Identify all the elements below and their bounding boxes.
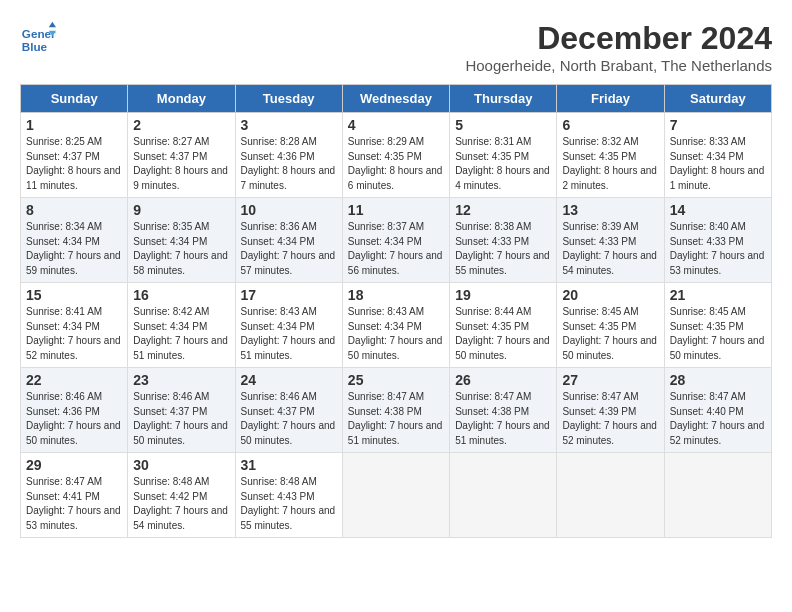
day-number: 17 xyxy=(241,287,337,303)
day-info: Sunrise: 8:31 AMSunset: 4:35 PMDaylight:… xyxy=(455,135,551,193)
calendar-cell: 30Sunrise: 8:48 AMSunset: 4:42 PMDayligh… xyxy=(128,453,235,538)
day-number: 9 xyxy=(133,202,229,218)
calendar-cell: 7Sunrise: 8:33 AMSunset: 4:34 PMDaylight… xyxy=(664,113,771,198)
day-number: 24 xyxy=(241,372,337,388)
calendar-header-row: SundayMondayTuesdayWednesdayThursdayFrid… xyxy=(21,85,772,113)
calendar-cell: 16Sunrise: 8:42 AMSunset: 4:34 PMDayligh… xyxy=(128,283,235,368)
day-number: 3 xyxy=(241,117,337,133)
calendar-cell: 15Sunrise: 8:41 AMSunset: 4:34 PMDayligh… xyxy=(21,283,128,368)
day-number: 29 xyxy=(26,457,122,473)
day-number: 18 xyxy=(348,287,444,303)
calendar-cell: 6Sunrise: 8:32 AMSunset: 4:35 PMDaylight… xyxy=(557,113,664,198)
day-info: Sunrise: 8:40 AMSunset: 4:33 PMDaylight:… xyxy=(670,220,766,278)
calendar-cell: 10Sunrise: 8:36 AMSunset: 4:34 PMDayligh… xyxy=(235,198,342,283)
day-info: Sunrise: 8:36 AMSunset: 4:34 PMDaylight:… xyxy=(241,220,337,278)
weekday-header-tuesday: Tuesday xyxy=(235,85,342,113)
day-info: Sunrise: 8:42 AMSunset: 4:34 PMDaylight:… xyxy=(133,305,229,363)
weekday-header-saturday: Saturday xyxy=(664,85,771,113)
day-number: 26 xyxy=(455,372,551,388)
day-info: Sunrise: 8:47 AMSunset: 4:38 PMDaylight:… xyxy=(455,390,551,448)
day-number: 28 xyxy=(670,372,766,388)
day-info: Sunrise: 8:44 AMSunset: 4:35 PMDaylight:… xyxy=(455,305,551,363)
weekday-header-sunday: Sunday xyxy=(21,85,128,113)
day-number: 7 xyxy=(670,117,766,133)
day-number: 16 xyxy=(133,287,229,303)
day-info: Sunrise: 8:35 AMSunset: 4:34 PMDaylight:… xyxy=(133,220,229,278)
day-info: Sunrise: 8:46 AMSunset: 4:37 PMDaylight:… xyxy=(241,390,337,448)
calendar-cell xyxy=(450,453,557,538)
calendar-week-3: 15Sunrise: 8:41 AMSunset: 4:34 PMDayligh… xyxy=(21,283,772,368)
title-section: December 2024 Hoogerheide, North Brabant… xyxy=(465,20,772,74)
calendar-cell: 19Sunrise: 8:44 AMSunset: 4:35 PMDayligh… xyxy=(450,283,557,368)
day-info: Sunrise: 8:38 AMSunset: 4:33 PMDaylight:… xyxy=(455,220,551,278)
calendar-cell: 13Sunrise: 8:39 AMSunset: 4:33 PMDayligh… xyxy=(557,198,664,283)
day-info: Sunrise: 8:47 AMSunset: 4:40 PMDaylight:… xyxy=(670,390,766,448)
calendar-cell: 17Sunrise: 8:43 AMSunset: 4:34 PMDayligh… xyxy=(235,283,342,368)
calendar-cell: 31Sunrise: 8:48 AMSunset: 4:43 PMDayligh… xyxy=(235,453,342,538)
day-number: 22 xyxy=(26,372,122,388)
day-number: 8 xyxy=(26,202,122,218)
calendar-cell: 9Sunrise: 8:35 AMSunset: 4:34 PMDaylight… xyxy=(128,198,235,283)
day-info: Sunrise: 8:33 AMSunset: 4:34 PMDaylight:… xyxy=(670,135,766,193)
day-number: 6 xyxy=(562,117,658,133)
calendar-cell: 3Sunrise: 8:28 AMSunset: 4:36 PMDaylight… xyxy=(235,113,342,198)
day-number: 25 xyxy=(348,372,444,388)
calendar-cell: 1Sunrise: 8:25 AMSunset: 4:37 PMDaylight… xyxy=(21,113,128,198)
day-number: 15 xyxy=(26,287,122,303)
calendar-week-5: 29Sunrise: 8:47 AMSunset: 4:41 PMDayligh… xyxy=(21,453,772,538)
day-info: Sunrise: 8:27 AMSunset: 4:37 PMDaylight:… xyxy=(133,135,229,193)
calendar-cell: 25Sunrise: 8:47 AMSunset: 4:38 PMDayligh… xyxy=(342,368,449,453)
day-number: 21 xyxy=(670,287,766,303)
calendar-cell: 5Sunrise: 8:31 AMSunset: 4:35 PMDaylight… xyxy=(450,113,557,198)
calendar-cell: 18Sunrise: 8:43 AMSunset: 4:34 PMDayligh… xyxy=(342,283,449,368)
calendar-cell: 29Sunrise: 8:47 AMSunset: 4:41 PMDayligh… xyxy=(21,453,128,538)
calendar-cell: 14Sunrise: 8:40 AMSunset: 4:33 PMDayligh… xyxy=(664,198,771,283)
day-info: Sunrise: 8:34 AMSunset: 4:34 PMDaylight:… xyxy=(26,220,122,278)
day-info: Sunrise: 8:47 AMSunset: 4:38 PMDaylight:… xyxy=(348,390,444,448)
day-number: 1 xyxy=(26,117,122,133)
day-number: 10 xyxy=(241,202,337,218)
day-info: Sunrise: 8:48 AMSunset: 4:43 PMDaylight:… xyxy=(241,475,337,533)
calendar-cell: 4Sunrise: 8:29 AMSunset: 4:35 PMDaylight… xyxy=(342,113,449,198)
day-info: Sunrise: 8:46 AMSunset: 4:37 PMDaylight:… xyxy=(133,390,229,448)
day-number: 2 xyxy=(133,117,229,133)
page-header: General Blue December 2024 Hoogerheide, … xyxy=(20,20,772,74)
calendar-cell: 12Sunrise: 8:38 AMSunset: 4:33 PMDayligh… xyxy=(450,198,557,283)
calendar-week-2: 8Sunrise: 8:34 AMSunset: 4:34 PMDaylight… xyxy=(21,198,772,283)
calendar-cell: 27Sunrise: 8:47 AMSunset: 4:39 PMDayligh… xyxy=(557,368,664,453)
weekday-header-thursday: Thursday xyxy=(450,85,557,113)
day-info: Sunrise: 8:47 AMSunset: 4:41 PMDaylight:… xyxy=(26,475,122,533)
weekday-header-friday: Friday xyxy=(557,85,664,113)
weekday-header-wednesday: Wednesday xyxy=(342,85,449,113)
day-info: Sunrise: 8:43 AMSunset: 4:34 PMDaylight:… xyxy=(348,305,444,363)
day-info: Sunrise: 8:48 AMSunset: 4:42 PMDaylight:… xyxy=(133,475,229,533)
calendar-cell xyxy=(557,453,664,538)
day-number: 14 xyxy=(670,202,766,218)
calendar-cell: 20Sunrise: 8:45 AMSunset: 4:35 PMDayligh… xyxy=(557,283,664,368)
day-info: Sunrise: 8:43 AMSunset: 4:34 PMDaylight:… xyxy=(241,305,337,363)
calendar-cell: 24Sunrise: 8:46 AMSunset: 4:37 PMDayligh… xyxy=(235,368,342,453)
svg-text:Blue: Blue xyxy=(22,40,48,53)
day-info: Sunrise: 8:46 AMSunset: 4:36 PMDaylight:… xyxy=(26,390,122,448)
calendar-cell: 2Sunrise: 8:27 AMSunset: 4:37 PMDaylight… xyxy=(128,113,235,198)
day-number: 19 xyxy=(455,287,551,303)
day-number: 20 xyxy=(562,287,658,303)
calendar-table: SundayMondayTuesdayWednesdayThursdayFrid… xyxy=(20,84,772,538)
day-info: Sunrise: 8:41 AMSunset: 4:34 PMDaylight:… xyxy=(26,305,122,363)
day-info: Sunrise: 8:47 AMSunset: 4:39 PMDaylight:… xyxy=(562,390,658,448)
day-number: 30 xyxy=(133,457,229,473)
main-title: December 2024 xyxy=(465,20,772,57)
day-number: 11 xyxy=(348,202,444,218)
day-number: 12 xyxy=(455,202,551,218)
weekday-header-monday: Monday xyxy=(128,85,235,113)
calendar-cell: 22Sunrise: 8:46 AMSunset: 4:36 PMDayligh… xyxy=(21,368,128,453)
calendar-cell: 11Sunrise: 8:37 AMSunset: 4:34 PMDayligh… xyxy=(342,198,449,283)
day-number: 4 xyxy=(348,117,444,133)
day-info: Sunrise: 8:45 AMSunset: 4:35 PMDaylight:… xyxy=(670,305,766,363)
svg-marker-2 xyxy=(49,22,56,27)
day-info: Sunrise: 8:45 AMSunset: 4:35 PMDaylight:… xyxy=(562,305,658,363)
day-number: 31 xyxy=(241,457,337,473)
day-info: Sunrise: 8:25 AMSunset: 4:37 PMDaylight:… xyxy=(26,135,122,193)
day-info: Sunrise: 8:28 AMSunset: 4:36 PMDaylight:… xyxy=(241,135,337,193)
calendar-cell: 8Sunrise: 8:34 AMSunset: 4:34 PMDaylight… xyxy=(21,198,128,283)
